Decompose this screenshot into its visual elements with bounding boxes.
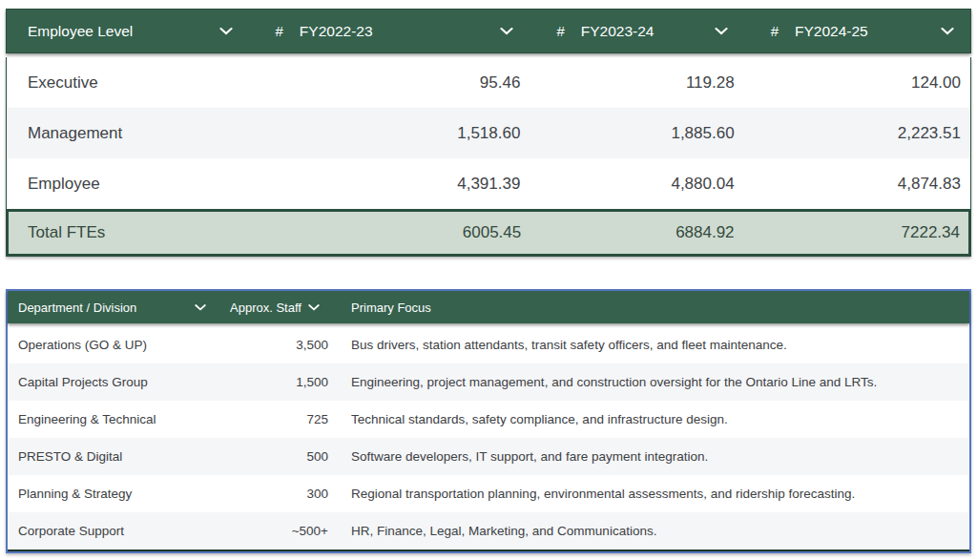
cell-value: 95.46	[249, 73, 530, 93]
column-header-primary-focus[interactable]: Primary Focus	[338, 291, 969, 323]
focus-cell: Regional transportation planning, enviro…	[338, 487, 969, 501]
staff-cell: ~500+	[219, 524, 338, 538]
cell-value: 119.28	[530, 73, 743, 93]
column-header-employee-level[interactable]: Employee Level	[7, 10, 249, 52]
row-label: Employee	[7, 175, 249, 194]
cell-value: 4,874.83	[744, 175, 970, 194]
sort-chevron-icon[interactable]	[195, 304, 206, 311]
table-row: Employee 4,391.39 4,880.04 4,874.83	[7, 158, 970, 209]
column-header-label: Department / Division	[18, 301, 136, 315]
table-row: Planning & Strategy 300 Regional transpo…	[8, 475, 969, 512]
staff-cell: 3,500	[219, 338, 338, 352]
column-header-department-division[interactable]: Department / Division	[8, 291, 219, 323]
department-table-header: Department / Division Approx. Staff Prim…	[8, 291, 969, 323]
column-header-label: Primary Focus	[351, 301, 431, 315]
total-value: 6005.45	[250, 223, 530, 242]
cell-value: 1,885.60	[530, 124, 743, 143]
numeric-field-icon: #	[276, 23, 283, 39]
department-cell: Corporate Support	[8, 524, 219, 538]
department-cell: Planning & Strategy	[8, 487, 219, 501]
sort-chevron-icon[interactable]	[715, 28, 728, 35]
sort-chevron-icon[interactable]	[941, 28, 954, 35]
column-header-label: Approx. Staff	[230, 301, 301, 315]
table-row: Management 1,518.60 1,885.60 2,223.51	[7, 108, 970, 158]
row-label: Management	[7, 124, 249, 143]
department-cell: Capital Projects Group	[8, 375, 219, 389]
department-cell: Operations (GO & UP)	[8, 338, 219, 352]
table-row: Executive 95.46 119.28 124.00	[7, 57, 970, 108]
fte-table[interactable]: Employee Level # FY2022-23 # FY2023-24	[6, 9, 971, 257]
sort-chevron-icon[interactable]	[308, 304, 320, 311]
total-value: 7222.34	[743, 223, 968, 242]
table-row: Capital Projects Group 1,500 Engineering…	[8, 363, 969, 401]
column-header-fy2023-24[interactable]: # FY2023-24	[530, 10, 743, 52]
focus-cell: Bus drivers, station attendants, transit…	[338, 338, 969, 352]
department-cell: Engineering & Technical	[8, 412, 219, 426]
column-header-label: FY2023-24	[581, 23, 655, 40]
table-row: Engineering & Technical 725 Technical st…	[8, 401, 969, 438]
focus-cell: Engineering, project management, and con…	[338, 375, 969, 389]
numeric-field-icon: #	[556, 23, 564, 39]
staff-cell: 725	[219, 412, 338, 426]
staff-cell: 300	[219, 487, 338, 501]
total-value: 6884.92	[530, 223, 742, 242]
column-header-fy2022-23[interactable]: # FY2022-23	[249, 10, 530, 52]
sort-chevron-icon[interactable]	[219, 28, 233, 35]
staff-cell: 1,500	[219, 375, 338, 389]
cell-value: 2,223.51	[744, 124, 970, 143]
table-row: PRESTO & Digital 500 Software developers…	[8, 438, 969, 475]
cell-value: 1,518.60	[249, 124, 530, 143]
table-row: Corporate Support ~500+ HR, Finance, Leg…	[8, 512, 969, 550]
row-label: Executive	[7, 73, 249, 93]
total-row-label: Total FTEs	[9, 223, 250, 242]
fte-table-body: Executive 95.46 119.28 124.00 Management…	[6, 57, 971, 257]
focus-cell: HR, Finance, Legal, Marketing, and Commu…	[338, 524, 969, 538]
sort-chevron-icon[interactable]	[500, 28, 513, 35]
focus-cell: Software developers, IT support, and far…	[338, 449, 969, 464]
department-table-body: Operations (GO & UP) 3,500 Bus drivers, …	[8, 326, 969, 551]
department-table[interactable]: Department / Division Approx. Staff Prim…	[6, 289, 971, 553]
column-header-label: FY2022-23	[300, 23, 373, 40]
numeric-field-icon: #	[771, 23, 779, 39]
column-header-fy2024-25[interactable]: # FY2024-25	[744, 10, 970, 52]
dashboard-canvas: Employee Level # FY2022-23 # FY2023-24	[0, 0, 977, 560]
focus-cell: Technical standards, safety compliance, …	[338, 412, 969, 426]
staff-cell: 500	[219, 449, 338, 464]
column-header-label: FY2024-25	[795, 23, 868, 40]
cell-value: 124.00	[744, 73, 970, 93]
cell-value: 4,391.39	[249, 175, 530, 194]
table-row: Operations (GO & UP) 3,500 Bus drivers, …	[8, 326, 969, 363]
fte-table-header: Employee Level # FY2022-23 # FY2023-24	[6, 9, 971, 53]
department-cell: PRESTO & Digital	[8, 449, 219, 464]
column-header-label: Employee Level	[28, 23, 133, 40]
cell-value: 4,880.04	[530, 175, 743, 194]
total-row: Total FTEs 6005.45 6884.92 7222.34	[7, 210, 970, 256]
column-header-approx-staff[interactable]: Approx. Staff	[219, 291, 338, 323]
